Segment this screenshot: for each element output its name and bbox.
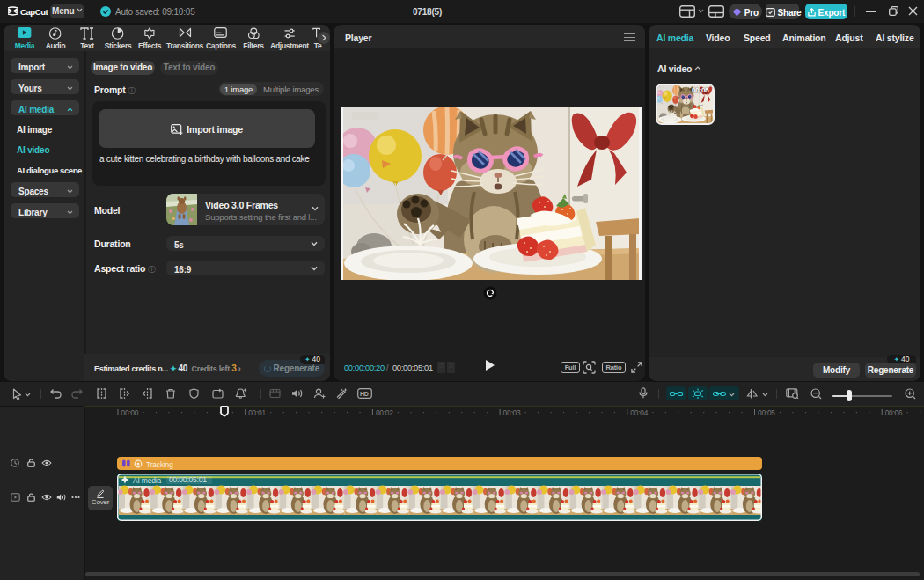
svg-text:00:05: 00:05: [758, 408, 775, 417]
svg-text:00:00: 00:00: [121, 408, 139, 417]
svg-text:00:01: 00:01: [248, 408, 266, 417]
svg-text:AI media: AI media: [133, 476, 161, 485]
svg-text:00:06: 00:06: [885, 408, 903, 417]
svg-text:00:04: 00:04: [630, 408, 648, 417]
svg-text:00:00:05:01: 00:00:05:01: [169, 475, 207, 484]
svg-text:00:02: 00:02: [376, 408, 393, 417]
svg-text:00:03: 00:03: [503, 408, 521, 417]
svg-text:HD: HD: [360, 391, 369, 397]
